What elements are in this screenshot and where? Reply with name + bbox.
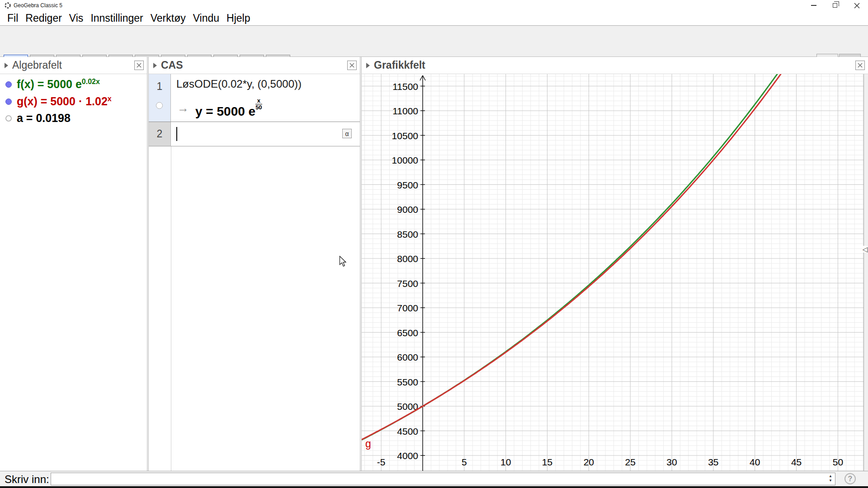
- algebra-view: Algebrafelt f(x) = 5000 e0.02x g(x) = 50…: [0, 57, 147, 471]
- algebra-title: Algebrafelt: [12, 59, 62, 71]
- menu-verktoy[interactable]: Verktøy: [147, 12, 189, 24]
- graphics-view: Grafikkfelt 4000450050005500600065007000…: [362, 57, 868, 471]
- svg-text:10500: 10500: [392, 131, 418, 141]
- input-bar: Skriv inn: ▲ ▼ ?: [0, 471, 868, 486]
- cas-row-1[interactable]: 1 LøsODE(0.02*y, (0,5000)) → y = 5000 ex…: [149, 74, 360, 122]
- close-icon: [858, 63, 863, 68]
- menu-innstillinger[interactable]: Innstillinger: [87, 12, 146, 24]
- algebra-item-a[interactable]: a = 0.0198: [0, 110, 147, 127]
- svg-text:6000: 6000: [397, 352, 418, 362]
- geogebra-logo-icon: [4, 2, 11, 9]
- cas-output: → y = 5000 ex50: [177, 98, 262, 119]
- graphics-close-button[interactable]: [855, 61, 865, 70]
- menu-bar: Fil Rediger Vis Innstillinger Verktøy Vi…: [0, 11, 868, 25]
- menu-vindu[interactable]: Vindu: [189, 12, 223, 24]
- title-bar: GeoGebra Classic 5: [0, 0, 868, 11]
- cas-plot-toggle-icon[interactable]: [156, 102, 163, 109]
- svg-text:8000: 8000: [397, 253, 418, 264]
- collapse-panel-arrow-icon[interactable]: ◁: [862, 246, 868, 253]
- svg-text:50: 50: [833, 457, 843, 467]
- svg-text:35: 35: [708, 457, 718, 467]
- svg-text:30: 30: [666, 457, 677, 467]
- close-window-button[interactable]: [846, 0, 867, 11]
- taskbar-edge: [0, 486, 868, 488]
- menu-fil[interactable]: Fil: [4, 12, 22, 24]
- algebra-expression-g: g(x) = 5000 · 1.02x: [17, 95, 112, 108]
- svg-text:10: 10: [500, 457, 511, 467]
- exponent-fraction: x50: [255, 98, 262, 110]
- graphics-header: Grafikkfelt: [362, 57, 868, 74]
- text-caret: [176, 127, 177, 141]
- svg-text:-5: -5: [377, 457, 386, 467]
- minimize-button[interactable]: [803, 0, 824, 11]
- algebra-expression-a: a = 0.0198: [17, 112, 71, 125]
- svg-text:4000: 4000: [397, 450, 418, 461]
- visibility-toggle-icon[interactable]: [5, 99, 12, 105]
- cas-output-expression: y = 5000 ex50: [195, 98, 262, 119]
- output-arrow-icon: →: [177, 101, 189, 115]
- algebra-header: Algebrafelt: [0, 57, 147, 74]
- geogebra-window: GeoGebra Classic 5 Fil Rediger Vis Innst…: [0, 0, 868, 488]
- help-icon: ?: [844, 473, 856, 484]
- svg-text:5500: 5500: [397, 377, 418, 387]
- main-area: Algebrafelt f(x) = 5000 e0.02x g(x) = 50…: [0, 57, 868, 471]
- svg-text:25: 25: [625, 457, 636, 467]
- window-title: GeoGebra Classic 5: [14, 2, 62, 9]
- input-help-button[interactable]: ?: [844, 473, 856, 484]
- svg-text:9000: 9000: [397, 204, 418, 215]
- svg-text:45: 45: [791, 457, 802, 467]
- svg-text:11000: 11000: [392, 106, 418, 116]
- menu-vis[interactable]: Vis: [66, 12, 87, 24]
- cas-row-2[interactable]: 2 α: [149, 122, 360, 146]
- input-history-spinner[interactable]: ▲ ▼: [829, 474, 832, 483]
- cas-title: CAS: [161, 59, 183, 71]
- algebra-expression-f: f(x) = 5000 e0.02x: [17, 78, 100, 91]
- restore-button[interactable]: [825, 0, 845, 11]
- menu-rediger[interactable]: Rediger: [22, 12, 66, 24]
- svg-text:15: 15: [542, 457, 552, 467]
- cas-row-number: 2: [149, 128, 170, 140]
- algebra-close-button[interactable]: [134, 61, 144, 70]
- graphics-canvas[interactable]: 4000450050005500600065007000750080008500…: [362, 74, 868, 471]
- restore-icon: [833, 3, 837, 8]
- visibility-toggle-icon[interactable]: [5, 81, 12, 88]
- right-gutter: [863, 74, 868, 471]
- svg-text:9500: 9500: [397, 180, 418, 190]
- input-label: Skriv inn:: [5, 473, 49, 486]
- cas-row-2-input-cell[interactable]: α: [171, 122, 360, 146]
- svg-text:7000: 7000: [397, 303, 418, 313]
- svg-text:5: 5: [462, 457, 467, 467]
- cas-input-expression: LøsODE(0.02*y, (0,5000)): [176, 78, 302, 90]
- close-icon: [349, 63, 354, 68]
- close-icon: [137, 63, 142, 68]
- cas-row-1-content[interactable]: LøsODE(0.02*y, (0,5000)) → y = 5000 ex50: [171, 74, 360, 122]
- panel-caret-icon[interactable]: [153, 63, 157, 68]
- algebra-item-g[interactable]: g(x) = 5000 · 1.02x: [0, 93, 147, 110]
- alpha-symbols-button[interactable]: α: [342, 129, 352, 138]
- svg-text:8500: 8500: [397, 229, 418, 239]
- svg-text:20: 20: [584, 457, 594, 467]
- svg-text:11500: 11500: [392, 81, 418, 92]
- svg-text:g: g: [365, 438, 371, 450]
- spinner-up-icon: ▲: [829, 474, 832, 479]
- svg-text:10000: 10000: [392, 155, 418, 165]
- function-plot: 4000450050005500600065007000750080008500…: [362, 74, 863, 471]
- cas-view: CAS 1 LøsODE(0.02*y, (0,5000)) → y = 500…: [149, 57, 360, 471]
- cas-header: CAS: [149, 57, 360, 74]
- command-input-wrap: ▲ ▼: [51, 473, 835, 485]
- cas-close-button[interactable]: [347, 61, 357, 70]
- svg-text:40: 40: [750, 457, 760, 467]
- menu-hjelp[interactable]: Hjelp: [223, 12, 254, 24]
- graphics-title: Grafikkfelt: [374, 59, 425, 71]
- cas-row-2-number-cell[interactable]: 2: [149, 122, 171, 146]
- minimize-icon: [811, 5, 816, 6]
- algebra-item-f[interactable]: f(x) = 5000 e0.02x: [0, 76, 147, 93]
- cas-row-number: 1: [149, 80, 170, 93]
- panel-caret-icon[interactable]: [366, 63, 370, 68]
- panel-caret-icon[interactable]: [5, 63, 8, 68]
- svg-text:7500: 7500: [397, 278, 418, 289]
- visibility-toggle-icon[interactable]: [5, 115, 12, 122]
- svg-text:6500: 6500: [397, 328, 418, 338]
- command-input[interactable]: [53, 473, 821, 485]
- cas-row-1-number-cell[interactable]: 1: [149, 74, 171, 122]
